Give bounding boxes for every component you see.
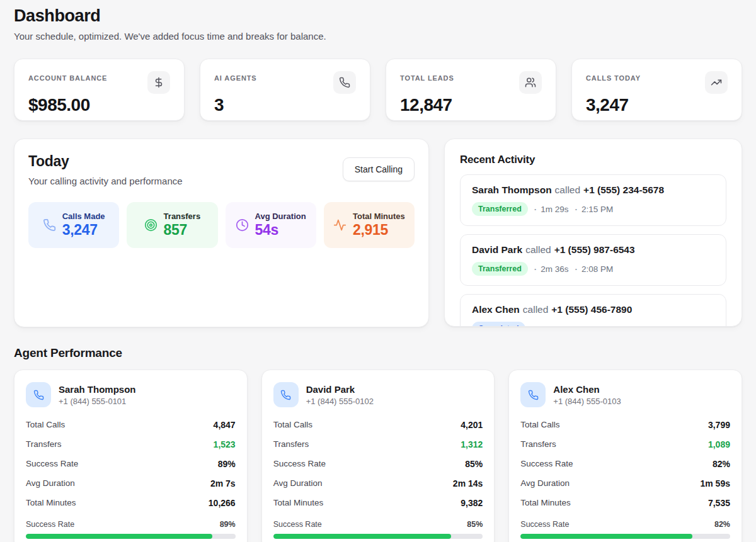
transfers-value: 1,523 bbox=[214, 439, 236, 449]
agent-stat-row: Total Minutes 10,266 bbox=[26, 493, 236, 512]
agent-stat-row: Total Calls 4,201 bbox=[273, 415, 483, 434]
dashboard-page: Dashboard Your schedule, optimized. We'v… bbox=[0, 0, 756, 542]
total-minutes-value: 10,266 bbox=[209, 498, 236, 508]
recent-activity-title: Recent Activity bbox=[460, 154, 726, 166]
agent-phone-icon bbox=[273, 382, 299, 407]
success-rate-footer-value: 82% bbox=[714, 520, 730, 529]
tile-total-minutes: Total Minutes 2,915 bbox=[324, 202, 415, 248]
tile-value: 3,247 bbox=[62, 222, 105, 239]
main-grid: Today Your calling activity and performa… bbox=[14, 138, 742, 327]
stat-label: CALLS TODAY bbox=[586, 71, 641, 82]
stat-value: 3,247 bbox=[586, 95, 728, 115]
success-rate-progress-bar bbox=[26, 534, 236, 539]
row-label: Total Calls bbox=[26, 420, 65, 429]
agent-stat-row: Total Calls 4,847 bbox=[26, 415, 236, 434]
activity-duration: 43s bbox=[529, 324, 552, 327]
activity-phone-number: +1 (555) 456-7890 bbox=[551, 304, 632, 315]
activity-phone-number: +1 (555) 234-5678 bbox=[583, 184, 664, 195]
stat-value: 12,847 bbox=[400, 95, 542, 115]
stat-card-account-balance: ACCOUNT BALANCE $985.00 bbox=[14, 59, 185, 121]
agent-stat-row: Transfers 1,523 bbox=[26, 434, 236, 454]
agent-stat-row: Success Rate 82% bbox=[520, 454, 730, 473]
trending-up-icon bbox=[705, 71, 728, 94]
tile-label: Total Minutes bbox=[353, 212, 405, 221]
activity-caller-name: David Park bbox=[472, 244, 522, 255]
page-title: Dashboard bbox=[14, 6, 742, 26]
today-title: Today bbox=[28, 153, 183, 170]
success-rate-value: 82% bbox=[713, 459, 730, 469]
tile-avg-duration: Avg Duration 54s bbox=[226, 202, 316, 248]
row-label: Total Minutes bbox=[26, 498, 76, 507]
phone-icon bbox=[43, 218, 56, 232]
agent-phone-number: +1 (844) 555-0101 bbox=[59, 397, 136, 406]
clock-icon bbox=[236, 218, 249, 232]
success-rate-value: 85% bbox=[465, 459, 483, 469]
stats-row: ACCOUNT BALANCE $985.00 AI AGENTS 3 TOTA… bbox=[14, 59, 742, 121]
agent-name: Sarah Thompson bbox=[59, 384, 136, 395]
recent-activity-card: Recent Activity Sarah Thompsoncalled+1 (… bbox=[444, 138, 742, 327]
success-rate-progress-fill bbox=[26, 534, 212, 539]
tile-value: 2,915 bbox=[353, 222, 405, 239]
success-rate-progress-bar bbox=[273, 534, 483, 539]
total-minutes-value: 7,535 bbox=[708, 498, 730, 508]
start-calling-button[interactable]: Start Calling bbox=[343, 157, 415, 181]
stat-label: ACCOUNT BALANCE bbox=[28, 71, 107, 82]
stat-card-ai-agents: AI AGENTS 3 bbox=[200, 59, 370, 121]
users-icon bbox=[519, 71, 542, 94]
stat-label: AI AGENTS bbox=[214, 71, 257, 82]
tile-value: 857 bbox=[164, 222, 201, 239]
agents-grid: Sarah Thompson +1 (844) 555-0101 Total C… bbox=[14, 370, 742, 542]
row-label: Transfers bbox=[520, 439, 556, 449]
activity-duration: 2m 36s bbox=[532, 264, 569, 274]
activity-item: Alex Chencalled+1 (555) 456-7890 Complet… bbox=[460, 294, 726, 327]
agent-stat-row: Success Rate 85% bbox=[273, 454, 483, 473]
activity-time: 2:02 PM bbox=[556, 324, 597, 327]
success-rate-progress-bar bbox=[520, 534, 730, 539]
transfers-value: 1,312 bbox=[461, 439, 483, 449]
agent-phone-icon bbox=[520, 382, 546, 407]
agent-phone-number: +1 (844) 555-0102 bbox=[306, 397, 374, 406]
agent-stat-row: Transfers 1,089 bbox=[520, 434, 730, 454]
row-label: Avg Duration bbox=[26, 478, 75, 488]
page-subtitle: Your schedule, optimized. We've added fo… bbox=[14, 31, 742, 42]
success-rate-progress-fill bbox=[273, 534, 452, 539]
total-calls-value: 4,847 bbox=[214, 420, 236, 430]
transfers-value: 1,089 bbox=[708, 439, 730, 449]
success-rate-footer-value: 89% bbox=[220, 520, 236, 529]
agent-performance-title: Agent Performance bbox=[14, 346, 742, 360]
agent-stat-row: Success Rate 89% bbox=[26, 454, 236, 473]
success-rate-footer-label: Success Rate bbox=[273, 520, 322, 529]
agent-stat-row: Total Minutes 7,535 bbox=[520, 493, 730, 512]
row-label: Success Rate bbox=[26, 459, 78, 468]
status-badge: Transferred bbox=[472, 262, 528, 276]
activity-time: 2:15 PM bbox=[573, 205, 614, 214]
success-rate-value: 89% bbox=[218, 459, 236, 469]
agent-phone-icon bbox=[26, 382, 51, 407]
activity-action: called bbox=[525, 244, 551, 255]
today-card: Today Your calling activity and performa… bbox=[14, 138, 429, 327]
agent-stat-row: Total Calls 3,799 bbox=[520, 415, 730, 434]
stat-label: TOTAL LEADS bbox=[400, 71, 454, 82]
tile-value: 54s bbox=[255, 222, 306, 239]
row-label: Avg Duration bbox=[520, 478, 570, 488]
success-rate-footer-value: 85% bbox=[467, 520, 483, 529]
avg-duration-value: 1m 59s bbox=[701, 478, 730, 488]
activity-item: Sarah Thompsoncalled+1 (555) 234-5678 Tr… bbox=[460, 174, 726, 226]
activity-action: called bbox=[523, 304, 549, 315]
tile-label: Avg Duration bbox=[255, 212, 306, 221]
agent-name: Alex Chen bbox=[553, 384, 621, 395]
tile-label: Calls Made bbox=[62, 212, 105, 221]
row-label: Avg Duration bbox=[273, 478, 323, 488]
row-label: Transfers bbox=[273, 439, 309, 449]
agent-stat-row: Avg Duration 2m 14s bbox=[273, 473, 483, 493]
target-icon bbox=[144, 218, 158, 232]
row-label: Success Rate bbox=[273, 459, 326, 468]
agent-stat-row: Total Minutes 9,382 bbox=[273, 493, 483, 512]
avg-duration-value: 2m 7s bbox=[210, 478, 236, 488]
agent-name: David Park bbox=[306, 384, 374, 395]
today-metric-tiles: Calls Made 3,247 Transfers 857 Avg Durat… bbox=[28, 202, 415, 248]
dollar-icon bbox=[147, 71, 170, 94]
status-badge: Completed bbox=[472, 322, 525, 327]
row-label: Total Calls bbox=[273, 420, 312, 429]
total-minutes-value: 9,382 bbox=[461, 498, 483, 508]
